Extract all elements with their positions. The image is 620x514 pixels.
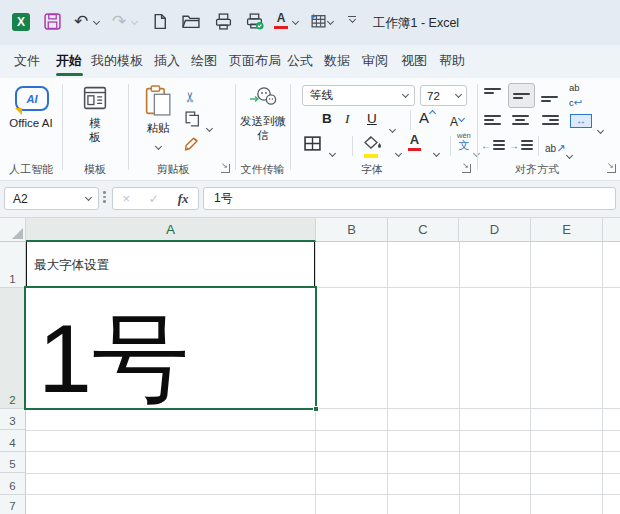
row-header-7[interactable]: 7 bbox=[0, 495, 26, 514]
new-file-icon[interactable] bbox=[152, 13, 168, 30]
font-size-dropdown-icon[interactable] bbox=[455, 91, 462, 98]
copy-dropdown-icon[interactable] bbox=[207, 117, 212, 135]
wrap-text-button[interactable]: ab c↩ bbox=[569, 83, 582, 109]
align-right-button[interactable] bbox=[541, 113, 559, 127]
fill-color-button[interactable] bbox=[364, 135, 382, 158]
font-color-qat-dropdown-icon[interactable] bbox=[293, 19, 298, 24]
row-header-1[interactable]: 1 bbox=[0, 242, 26, 288]
alignment-dialog-launcher-icon[interactable]: ↘ bbox=[607, 164, 616, 173]
excel-window: X ↶ ↷ A 工作簿1 - Excel bbox=[0, 0, 620, 514]
qat-overflow-icon[interactable] bbox=[348, 16, 356, 22]
table-style-icon[interactable] bbox=[310, 13, 326, 29]
group-label-ai: 人工智能 bbox=[0, 162, 62, 177]
tab-formulas[interactable]: 公式 bbox=[287, 52, 313, 70]
tab-view[interactable]: 视图 bbox=[401, 52, 427, 70]
column-header-partial[interactable] bbox=[603, 218, 620, 242]
column-header-E[interactable]: E bbox=[531, 218, 603, 242]
column-header-B[interactable]: B bbox=[316, 218, 388, 242]
table-style-dropdown-icon[interactable] bbox=[328, 19, 333, 24]
increase-indent-button[interactable]: → bbox=[509, 138, 533, 152]
decrease-indent-button[interactable]: ← bbox=[481, 138, 505, 152]
font-name-dropdown-icon[interactable] bbox=[402, 91, 409, 98]
select-all-corner[interactable] bbox=[0, 218, 26, 242]
grow-font-button[interactable]: A bbox=[419, 109, 435, 127]
name-box-dropdown-icon[interactable] bbox=[85, 194, 92, 201]
tab-my-templates[interactable]: 我的模板 bbox=[91, 52, 143, 70]
open-file-icon[interactable] bbox=[182, 13, 200, 29]
tab-page-layout[interactable]: 页面布局 bbox=[229, 52, 281, 70]
align-top-button[interactable] bbox=[484, 88, 502, 102]
formula-buttons: × ✓ fx bbox=[112, 187, 199, 210]
redo-icon: ↷ bbox=[112, 13, 126, 30]
group-label-template: 模板 bbox=[62, 162, 128, 177]
formula-bar-handle[interactable] bbox=[103, 191, 106, 203]
undo-dropdown-icon[interactable] bbox=[94, 19, 99, 24]
font-size-combo[interactable]: 72 bbox=[420, 85, 467, 106]
underline-button[interactable]: U bbox=[367, 111, 377, 126]
font-color-button[interactable]: A bbox=[408, 133, 421, 151]
font-name-combo[interactable]: 等线 bbox=[302, 85, 415, 106]
format-painter-icon[interactable] bbox=[184, 136, 201, 156]
row-header-2[interactable]: 2 bbox=[0, 288, 26, 409]
tab-draw[interactable]: 绘图 bbox=[191, 52, 217, 70]
align-left-button[interactable] bbox=[484, 113, 502, 127]
column-header-C[interactable]: C bbox=[388, 218, 459, 242]
formula-bar: A2 × ✓ fx 1号 bbox=[0, 181, 620, 218]
undo-icon[interactable]: ↶ bbox=[74, 13, 88, 30]
excel-logo-icon: X bbox=[12, 13, 30, 31]
row-header-4[interactable]: 4 bbox=[0, 430, 26, 452]
merge-dropdown-icon[interactable] bbox=[598, 119, 603, 137]
copy-icon[interactable] bbox=[185, 111, 200, 131]
print-preview-icon[interactable] bbox=[215, 13, 232, 30]
template-button[interactable]: 模板 bbox=[78, 86, 112, 145]
save-icon[interactable] bbox=[44, 13, 61, 30]
cell-A2-value: 1号 bbox=[38, 310, 189, 407]
tab-help[interactable]: 帮助 bbox=[439, 52, 465, 70]
formula-input[interactable]: 1号 bbox=[203, 187, 616, 210]
font-color-dropdown-icon[interactable] bbox=[434, 142, 439, 160]
column-header-D[interactable]: D bbox=[459, 218, 531, 242]
borders-dropdown-icon[interactable] bbox=[330, 142, 335, 160]
shrink-font-button[interactable]: A bbox=[450, 112, 464, 130]
quick-print-icon[interactable] bbox=[246, 13, 264, 30]
tab-review[interactable]: 审阅 bbox=[362, 52, 388, 70]
align-center-button[interactable] bbox=[511, 113, 529, 127]
insert-function-icon[interactable]: fx bbox=[178, 191, 189, 207]
row-header-3[interactable]: 3 bbox=[0, 409, 26, 430]
align-middle-button[interactable] bbox=[508, 83, 535, 108]
wechat-icon bbox=[249, 86, 277, 108]
underline-dropdown-icon[interactable] bbox=[390, 118, 395, 136]
tab-insert[interactable]: 插入 bbox=[154, 52, 180, 70]
cut-icon[interactable]: ✂ bbox=[184, 88, 196, 106]
redo-dropdown-icon bbox=[132, 19, 137, 24]
bold-button[interactable]: B bbox=[322, 111, 332, 126]
cell-A2-selected[interactable]: 1号 bbox=[24, 286, 317, 410]
merge-center-button[interactable]: ↔ bbox=[570, 114, 592, 128]
template-icon bbox=[83, 86, 107, 110]
fill-handle[interactable] bbox=[313, 406, 319, 412]
name-box[interactable]: A2 bbox=[4, 187, 99, 210]
title-bar: X ↶ ↷ A 工作簿1 - Excel bbox=[0, 0, 620, 45]
tab-home[interactable]: 开始 bbox=[56, 52, 82, 70]
row-header-5[interactable]: 5 bbox=[0, 452, 26, 473]
tab-file[interactable]: 文件 bbox=[14, 52, 40, 70]
italic-button[interactable]: I bbox=[345, 111, 350, 127]
fill-color-dropdown-icon[interactable] bbox=[396, 142, 401, 160]
font-dialog-launcher-icon[interactable]: ↘ bbox=[462, 164, 471, 173]
borders-button[interactable] bbox=[304, 136, 321, 155]
orientation-button[interactable]: ab↗ bbox=[545, 138, 565, 156]
clipboard-dialog-launcher-icon[interactable]: ↘ bbox=[221, 164, 230, 173]
send-to-wechat-button[interactable]: 发送到微信 bbox=[240, 86, 286, 143]
orientation-dropdown-icon[interactable] bbox=[567, 144, 572, 162]
align-bottom-button[interactable] bbox=[541, 88, 559, 102]
group-label-font: 字体 bbox=[302, 162, 442, 177]
phonetic-guide-button[interactable]: wén 文 bbox=[457, 132, 471, 151]
column-header-A[interactable]: A bbox=[26, 218, 316, 242]
cell-A1[interactable]: 最大字体设置 bbox=[26, 242, 315, 288]
font-color-qat-icon[interactable]: A bbox=[274, 12, 288, 29]
row-header-6[interactable]: 6 bbox=[0, 473, 26, 495]
group-label-clipboard: 剪贴板 bbox=[128, 162, 218, 177]
tab-data[interactable]: 数据 bbox=[324, 52, 350, 70]
paste-button[interactable]: 粘贴 bbox=[138, 85, 178, 153]
office-ai-button[interactable]: AI Office AI bbox=[8, 86, 54, 130]
